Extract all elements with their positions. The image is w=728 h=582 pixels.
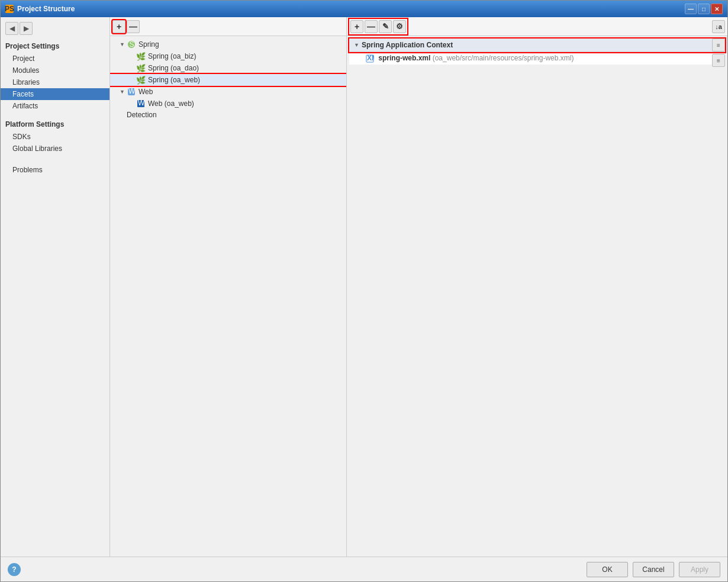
bottom-right: OK Cancel Apply <box>587 562 720 577</box>
svg-text:W: W <box>128 88 136 95</box>
chevron-oaweb <box>129 77 135 83</box>
add-facet-button[interactable]: + <box>112 20 125 33</box>
title-bar-buttons: — □ ✕ <box>685 4 723 14</box>
back-button[interactable]: ◀ <box>5 22 18 35</box>
ok-button[interactable]: OK <box>587 562 628 577</box>
chevron-spring <box>120 41 125 47</box>
spring-group-icon: S <box>127 40 136 49</box>
apply-button[interactable]: Apply <box>679 562 720 577</box>
help-button[interactable]: ? <box>8 563 21 576</box>
project-structure-window: PS Project Structure — □ ✕ ◀ ▶ Project S… <box>0 0 728 582</box>
sidebar-item-libraries[interactable]: Libraries <box>1 76 109 88</box>
web-oaweb-label: Web (oa_web) <box>148 99 194 108</box>
side-btn-2[interactable]: ≡ <box>712 54 725 67</box>
chevron-web-oaweb <box>129 101 135 107</box>
right-edit-button[interactable]: ✎ <box>379 20 392 33</box>
close-button[interactable]: ✕ <box>711 4 723 14</box>
tree-node-spring-group[interactable]: S Spring <box>110 38 346 50</box>
sidebar-item-artifacts[interactable]: Artifacts <box>1 100 109 112</box>
right-content: ▼ Spring Application Context <box>347 36 727 557</box>
xml-file-path: (oa_web/src/main/resources/spring-web.xm… <box>433 54 574 62</box>
context-data-cell: XML spring-web.xml (oa_web/src/main/reso… <box>349 52 725 65</box>
right-side-buttons: ≡ ≡ <box>712 38 725 67</box>
tree-node-spring-oabiz[interactable]: 🌿 Spring (oa_biz) <box>110 50 346 62</box>
side-btn-1[interactable]: ≡ <box>712 38 725 52</box>
right-toolbar-group: + — ✎ ⚙ <box>349 19 407 34</box>
tree-node-spring-oadao[interactable]: 🌿 Spring (oa_dao) <box>110 62 346 74</box>
sidebar-item-facets[interactable]: Facets <box>1 88 109 100</box>
spring-context-table: ▼ Spring Application Context <box>349 38 725 65</box>
svg-text:W: W <box>138 99 145 107</box>
sidebar-divider-1 <box>1 112 109 117</box>
right-add-button[interactable]: + <box>350 20 363 33</box>
spring-oaweb-icon: 🌿 <box>136 75 146 85</box>
project-settings-header: Project Settings <box>1 38 109 53</box>
tree-node-web-oaweb[interactable]: W Web (oa_web) <box>110 98 346 110</box>
tree-node-spring-oaweb[interactable]: 🌿 Spring (oa_web) <box>110 74 346 86</box>
tree-node-detection[interactable]: Detection <box>110 110 346 120</box>
context-data-row: XML spring-web.xml (oa_web/src/main/reso… <box>349 52 725 65</box>
sidebar-item-global-libraries[interactable]: Global Libraries <box>1 143 109 155</box>
bottom-bar: ? OK Cancel Apply <box>1 557 727 581</box>
right-settings-button[interactable]: ⚙ <box>393 20 406 33</box>
right-panel: + — ✎ ⚙ ↓a <box>347 17 727 557</box>
right-toolbar-right: ↓a <box>712 20 725 33</box>
sidebar-item-modules[interactable]: Modules <box>1 65 109 76</box>
spring-oadao-icon: 🌿 <box>136 63 146 73</box>
context-header-cell: ▼ Spring Application Context <box>349 38 725 52</box>
xml-file-icon: XML <box>366 54 376 62</box>
web-oaweb-icon: W <box>136 99 146 108</box>
platform-settings-header: Platform Settings <box>1 117 109 131</box>
web-group-icon: W <box>127 87 136 97</box>
chevron-web <box>120 89 125 95</box>
web-group-label: Web <box>138 88 153 96</box>
spring-oabiz-icon: 🌿 <box>136 52 146 61</box>
right-remove-button[interactable]: — <box>365 20 378 33</box>
context-header-row: ▼ Spring Application Context <box>349 38 725 52</box>
cancel-button[interactable]: Cancel <box>633 562 674 577</box>
left-panel-toolbar: + — <box>110 17 346 36</box>
detection-label: Detection <box>127 111 157 119</box>
chevron-detection <box>120 112 125 118</box>
spring-oaweb-label: Spring (oa_web) <box>148 76 200 84</box>
sidebar-item-problems[interactable]: Problems <box>1 164 109 176</box>
sort-button[interactable]: ↓a <box>712 20 725 33</box>
title-bar: PS Project Structure — □ ✕ <box>1 1 727 17</box>
left-panel: + — S Spring 🌿 Spring <box>110 17 347 557</box>
context-header-text: Spring Application Context <box>362 41 453 49</box>
svg-text:S: S <box>130 40 134 49</box>
remove-facet-button[interactable]: — <box>127 20 140 33</box>
nav-back-fwd: ◀ ▶ <box>1 22 109 38</box>
right-panel-toolbar: + — ✎ ⚙ ↓a <box>347 17 727 36</box>
facets-area: + — S Spring 🌿 Spring <box>110 17 727 557</box>
sidebar: ◀ ▶ Project Settings Project Modules Lib… <box>1 17 110 557</box>
bottom-left: ? <box>8 563 21 576</box>
window-title: Project Structure <box>17 5 75 13</box>
chevron-oadao <box>129 65 135 71</box>
main-content: ◀ ▶ Project Settings Project Modules Lib… <box>1 17 727 557</box>
chevron-oabiz <box>129 53 135 59</box>
spring-group-label: Spring <box>138 40 159 49</box>
sidebar-item-sdks[interactable]: SDKs <box>1 131 109 143</box>
maximize-button[interactable]: □ <box>698 4 710 14</box>
xml-file-name: spring-web.xml <box>378 54 430 62</box>
sidebar-divider-3 <box>1 159 109 164</box>
sidebar-divider-2 <box>1 155 109 159</box>
tree-node-web-group[interactable]: W Web <box>110 86 346 98</box>
sidebar-item-project[interactable]: Project <box>1 53 109 65</box>
spring-oadao-label: Spring (oa_dao) <box>148 64 199 72</box>
svg-text:XML: XML <box>367 54 374 62</box>
forward-button[interactable]: ▶ <box>20 22 33 35</box>
minimize-button[interactable]: — <box>685 4 697 14</box>
title-bar-left: PS Project Structure <box>5 5 75 13</box>
window-icon: PS <box>5 5 14 13</box>
spring-oabiz-label: Spring (oa_biz) <box>148 52 196 60</box>
facet-tree: S Spring 🌿 Spring (oa_biz) 🌿 Spring (oa_… <box>110 36 346 557</box>
